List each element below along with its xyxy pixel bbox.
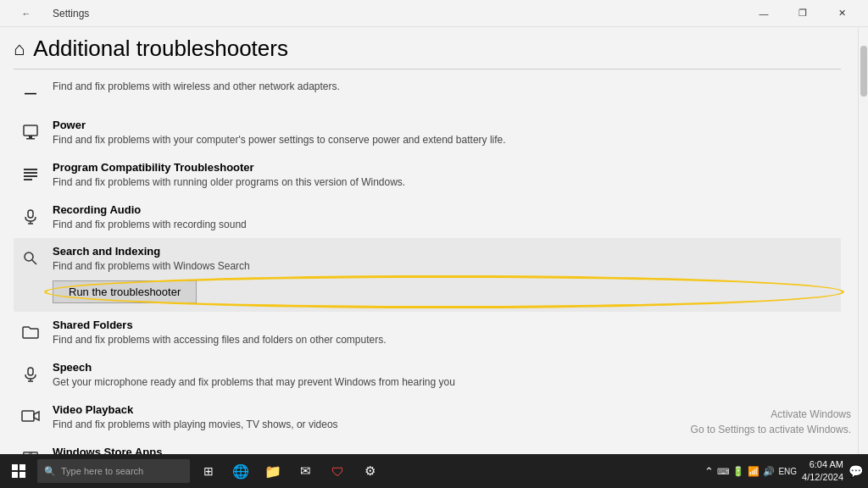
edge-browser-button[interactable]: 🌐: [227, 458, 254, 485]
home-icon: ⌂: [14, 38, 25, 60]
list-item[interactable]: Program Compatibility Troubleshooter Fin…: [14, 154, 841, 197]
network-tray-icon: 📶: [748, 466, 760, 477]
keyboard-icon: ⌨: [717, 467, 729, 476]
item-name: Search and Indexing: [53, 245, 836, 258]
back-button[interactable]: ←: [7, 0, 46, 27]
svg-rect-7: [28, 210, 33, 218]
item-text: Speech Get your microphone ready and fix…: [53, 361, 836, 390]
restore-button[interactable]: ❐: [783, 0, 822, 27]
item-desc: Get your microphone ready and fix proble…: [53, 375, 836, 390]
volume-icon: 🔊: [763, 466, 775, 477]
item-text: Recording Audio Find and fix problems wi…: [53, 203, 836, 232]
item-name: Power: [53, 119, 836, 131]
taskbar-search[interactable]: 🔍 Type here to search: [37, 459, 190, 483]
list-item[interactable]: Shared Folders Find and fix problems wit…: [14, 312, 841, 354]
item-text: Search and Indexing Find and fix problem…: [53, 245, 836, 274]
page-title: Additional troubleshooters: [33, 36, 288, 62]
scrollbar-thumb[interactable]: [860, 46, 867, 97]
item-text: Video Playback Find and fix problems wit…: [53, 403, 836, 432]
store-icon: [19, 447, 42, 454]
list-item-search[interactable]: Search and Indexing Find and fix problem…: [14, 238, 841, 312]
windows-icon: [12, 464, 25, 478]
svg-rect-15: [22, 411, 34, 421]
list-item[interactable]: Power Find and fix problems with your co…: [14, 112, 841, 154]
item-text: Windows Store Apps Troubleshoot problems…: [53, 446, 836, 454]
item-desc: Find and fix problems with Windows Searc…: [53, 259, 836, 274]
title-bar: ← Settings — ❐ ✕: [0, 0, 868, 27]
system-tray: ⌃ ⌨ 🔋 📶 🔊 ENG: [704, 465, 797, 478]
compat-icon: [19, 163, 42, 186]
search-icon: [19, 247, 42, 270]
item-text: Power Find and fix problems with your co…: [53, 119, 836, 147]
item-name: Shared Folders: [53, 319, 836, 331]
video-icon: [19, 405, 42, 429]
svg-rect-0: [24, 125, 37, 136]
taskbar-right: ⌃ ⌨ 🔋 📶 🔊 ENG 6:04 AM 4/12/2024 💬: [704, 458, 863, 485]
title-bar-left: ← Settings: [7, 0, 89, 27]
speech-icon: [19, 363, 42, 386]
svg-rect-3: [24, 169, 37, 170]
search-icon-taskbar: 🔍: [44, 466, 56, 477]
item-name: Program Compatibility Troubleshooter: [53, 161, 836, 174]
main-panel: ⌂ Additional troubleshooters — Find and …: [0, 27, 858, 454]
file-explorer-button[interactable]: 📁: [259, 458, 287, 485]
start-button[interactable]: [5, 458, 32, 485]
mail-button[interactable]: ✉: [292, 458, 319, 485]
item-name: Video Playback: [53, 403, 836, 416]
task-view-button[interactable]: ⊞: [195, 458, 222, 485]
svg-rect-5: [24, 175, 37, 177]
svg-point-10: [25, 252, 33, 261]
item-name: Recording Audio: [53, 203, 836, 216]
item-desc: Find and fix problems with playing movie…: [53, 418, 836, 432]
item-header: Shared Folders Find and fix problems wit…: [19, 319, 836, 347]
scrollbar[interactable]: [858, 27, 868, 454]
item-desc: Find and fix problems with your computer…: [53, 133, 836, 147]
svg-line-11: [32, 260, 36, 264]
svg-rect-2: [26, 138, 35, 140]
time-display: 6:04 AM: [802, 458, 843, 471]
list-item[interactable]: Video Playback Find and fix problems wit…: [14, 396, 841, 439]
page-title-container: ⌂ Additional troubleshooters: [14, 36, 841, 62]
settings-button[interactable]: ⚙: [356, 458, 383, 485]
list-item[interactable]: Speech Get your microphone ready and fix…: [14, 354, 841, 396]
list-item[interactable]: Windows Store Apps Troubleshoot problems…: [14, 439, 841, 454]
svg-rect-6: [24, 179, 32, 180]
list-item: — Find and fix problems with wireless an…: [14, 73, 841, 112]
troubleshooter-list: — Find and fix problems with wireless an…: [14, 73, 841, 454]
item-name: Windows Store Apps: [53, 446, 836, 454]
item-desc: Find and fix problems with recording sou…: [53, 218, 836, 232]
battery-icon: 🔋: [732, 466, 744, 477]
taskbar: 🔍 Type here to search ⊞ 🌐 📁 ✉ 🛡 ⚙ ⌃ ⌨ 🔋 …: [0, 454, 868, 488]
item-header: Speech Get your microphone ready and fix…: [19, 361, 836, 390]
run-troubleshooter-button[interactable]: Run the troubleshooter: [53, 280, 197, 303]
network-icon: —: [19, 81, 42, 105]
clock[interactable]: 6:04 AM 4/12/2024: [802, 458, 843, 485]
title-divider: [14, 69, 841, 69]
tray-chevron[interactable]: ⌃: [704, 465, 714, 478]
lang-icon: ENG: [778, 467, 797, 476]
content-area: ⌂ Additional troubleshooters — Find and …: [0, 27, 868, 454]
minimize-button[interactable]: —: [744, 0, 783, 27]
item-header: Program Compatibility Troubleshooter Fin…: [19, 161, 836, 190]
folder-icon: [19, 320, 42, 344]
list-item[interactable]: Recording Audio Find and fix problems wi…: [14, 197, 841, 239]
item-desc: Find and fix problems with running older…: [53, 175, 836, 190]
item-header: Video Playback Find and fix problems wit…: [19, 403, 836, 432]
item-header: Windows Store Apps Troubleshoot problems…: [19, 446, 836, 454]
item-header: Power Find and fix problems with your co…: [19, 119, 836, 147]
item-header: Search and Indexing Find and fix problem…: [19, 245, 836, 274]
item-text: Shared Folders Find and fix problems wit…: [53, 319, 836, 347]
item-header: Recording Audio Find and fix problems wi…: [19, 203, 836, 232]
title-bar-controls: — ❐ ✕: [744, 0, 861, 27]
item-name: Speech: [53, 361, 836, 374]
date-display: 4/12/2024: [802, 471, 843, 484]
shield-button[interactable]: 🛡: [324, 458, 351, 485]
svg-rect-12: [28, 368, 33, 375]
close-button[interactable]: ✕: [822, 0, 861, 27]
power-icon: [19, 120, 42, 144]
search-placeholder: Type here to search: [61, 466, 143, 476]
notification-icon[interactable]: 💬: [849, 464, 863, 478]
svg-rect-4: [24, 172, 37, 174]
item-desc: Find and fix problems with wireless and …: [53, 80, 836, 94]
svg-rect-1: [29, 136, 32, 138]
